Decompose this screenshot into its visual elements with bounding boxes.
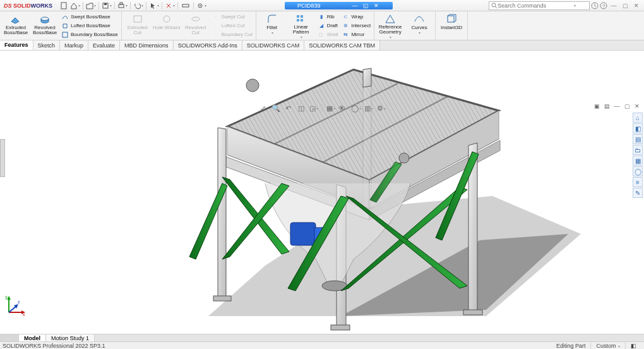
revolved-boss-button[interactable]: Revolved Boss/Base bbox=[31, 12, 59, 39]
open-file-icon[interactable]: ▾ bbox=[86, 1, 96, 10]
tab-cam[interactable]: SOLIDWORKS CAM bbox=[242, 40, 305, 50]
search-input[interactable] bbox=[498, 3, 573, 9]
extrude-icon bbox=[9, 13, 22, 25]
view-orient-icon[interactable]: ◲▾ bbox=[309, 104, 318, 113]
tab-features[interactable]: Features bbox=[0, 40, 33, 50]
tab-evaluate[interactable]: Evaluate bbox=[88, 40, 120, 50]
tab-markup[interactable]: Markup bbox=[60, 40, 88, 50]
svg-rect-0 bbox=[61, 3, 66, 9]
tab-addins[interactable]: SOLIDWORKS Add-Ins bbox=[174, 40, 242, 50]
mdi-maximize-icon[interactable]: ▢ bbox=[623, 102, 631, 110]
wrap-button[interactable]: ⊂Wrap bbox=[340, 13, 372, 21]
draft-button[interactable]: ◢Draft bbox=[316, 21, 340, 30]
close-doc-icon[interactable]: ✕ bbox=[373, 3, 380, 9]
svg-point-7 bbox=[200, 5, 201, 6]
search-icon bbox=[491, 3, 498, 9]
instant3d-button[interactable]: Instant3D bbox=[438, 12, 465, 39]
zoom-fit-icon[interactable]: ⤢ bbox=[259, 104, 268, 113]
taskpane-home-icon[interactable]: ⌂ bbox=[633, 113, 643, 123]
swept-cut-button[interactable]: ·Swept Cut bbox=[211, 13, 254, 21]
restore-doc-icon[interactable]: ◱ bbox=[362, 3, 370, 9]
feature-tree-flyout-handle[interactable] bbox=[0, 139, 5, 177]
mdi-window-controls: ▣ ▤ — ▢ ✕ bbox=[592, 102, 641, 110]
help-icon[interactable]: ? bbox=[600, 2, 607, 9]
taskpane-appearances-icon[interactable]: ◯ bbox=[633, 166, 643, 176]
lofted-boss-button[interactable]: Lofted Boss/Base bbox=[60, 21, 119, 30]
loft-icon bbox=[61, 22, 69, 30]
lofted-cut-icon: · bbox=[212, 22, 220, 30]
tab-mbd[interactable]: MBD Dimensions bbox=[120, 40, 174, 50]
mdi-doc-icon[interactable]: ▣ bbox=[592, 102, 601, 110]
rebuild-icon[interactable]: ▾ bbox=[165, 1, 175, 10]
graphics-viewport[interactable]: ⤢ 🔍 ↶ ◫ ◲▾ ▦▾ 👁▾ ◯▾ ▥▾ ⚙▾ ▣ ▤ — ▢ ✕ ⌂ ◧ … bbox=[0, 51, 644, 335]
view-settings-icon[interactable]: ⚙▾ bbox=[377, 104, 386, 113]
intersect-button[interactable]: ⊗Intersect bbox=[340, 21, 372, 30]
display-style-icon[interactable]: ▦▾ bbox=[326, 104, 335, 113]
settings-gear-icon[interactable]: ▾ bbox=[196, 1, 206, 10]
shell-button[interactable]: ◻Shell bbox=[316, 30, 340, 39]
extruded-boss-button[interactable]: Extruded Boss/Base bbox=[2, 12, 30, 39]
document-tab[interactable]: PCID839 — ◱ ✕ bbox=[285, 2, 393, 9]
mdi-doc-icon2[interactable]: ▤ bbox=[602, 102, 611, 110]
ribbon: Extruded Boss/Base Revolved Boss/Base Sw… bbox=[0, 11, 644, 40]
extruded-cut-button[interactable]: Extruded Cut bbox=[124, 12, 152, 39]
window-close-icon[interactable]: ✕ bbox=[631, 1, 641, 10]
swept-boss-button[interactable]: Swept Boss/Base bbox=[60, 13, 119, 21]
zoom-area-icon[interactable]: 🔍 bbox=[271, 104, 280, 113]
taskpane-resources-icon[interactable]: ◧ bbox=[633, 123, 643, 133]
window-minimize-icon[interactable]: — bbox=[609, 1, 619, 10]
status-units[interactable]: Custom ▾ bbox=[591, 343, 626, 349]
edit-appearance-icon[interactable]: ◯▾ bbox=[352, 104, 361, 113]
new-file-icon[interactable] bbox=[59, 1, 69, 10]
window-maximize-icon[interactable]: ▢ bbox=[620, 1, 630, 10]
prev-view-icon[interactable]: ↶ bbox=[284, 104, 293, 113]
mdi-close-icon[interactable]: ✕ bbox=[633, 102, 641, 110]
curves-button[interactable]: Curves▾ bbox=[405, 12, 433, 39]
taskpane-view-palette-icon[interactable]: ▦ bbox=[633, 156, 643, 166]
minimize-doc-icon[interactable]: — bbox=[351, 3, 359, 9]
options-icon[interactable] bbox=[181, 1, 191, 10]
print-icon[interactable]: ▾ bbox=[117, 1, 128, 10]
undo-icon[interactable]: ▾ bbox=[133, 1, 143, 10]
save-icon[interactable]: ▾ bbox=[102, 1, 112, 10]
rib-button[interactable]: ▮Rib bbox=[316, 13, 340, 21]
tab-motion-study[interactable]: Motion Study 1 bbox=[46, 334, 95, 341]
reference-geometry-button[interactable]: Reference Geometry▾ bbox=[376, 12, 404, 39]
section-view-icon[interactable]: ◫ bbox=[297, 104, 306, 113]
tab-sketch[interactable]: Sketch bbox=[33, 40, 61, 50]
mdi-minimize-icon[interactable]: — bbox=[612, 102, 621, 110]
command-manager-tabs: Features Sketch Markup Evaluate MBD Dime… bbox=[0, 40, 644, 51]
mirror-button[interactable]: ⇆Mirror bbox=[340, 30, 372, 39]
fillet-button[interactable]: Fillet▾ bbox=[258, 12, 286, 39]
lofted-cut-button[interactable]: ·Lofted Cut bbox=[211, 21, 254, 30]
svg-text:y: y bbox=[5, 295, 8, 300]
apply-scene-icon[interactable]: ▥▾ bbox=[364, 104, 373, 113]
wrap-icon: ⊂ bbox=[342, 13, 349, 21]
search-commands[interactable]: ▾ bbox=[489, 1, 590, 10]
hide-show-icon[interactable]: 👁▾ bbox=[339, 104, 348, 113]
refgeom-icon bbox=[384, 13, 397, 24]
status-flyout-icon[interactable]: ◧ bbox=[626, 343, 641, 349]
model-tabs: Model Motion Study 1 bbox=[0, 334, 644, 341]
taskpane-file-explorer-icon[interactable]: 🗀 bbox=[633, 145, 643, 155]
hole-wizard-button[interactable]: Hole Wizard bbox=[153, 12, 181, 39]
svg-point-16 bbox=[164, 16, 170, 22]
revolved-cut-button[interactable]: Revolved Cut bbox=[182, 12, 210, 39]
svg-rect-19 bbox=[301, 15, 303, 18]
home-icon[interactable]: ▾ bbox=[70, 1, 80, 10]
revolved-boss-label: Revolved Boss/Base bbox=[31, 25, 59, 35]
linear-pattern-button[interactable]: Linear Pattern▾ bbox=[287, 12, 315, 39]
taskpane-forum-icon[interactable]: ✎ bbox=[633, 188, 643, 198]
taskpane-design-library-icon[interactable]: ▤ bbox=[633, 134, 643, 144]
select-icon[interactable]: ▾ bbox=[149, 1, 159, 10]
tab-model[interactable]: Model bbox=[19, 334, 46, 341]
heads-up-toolbar: ⤢ 🔍 ↶ ◫ ◲▾ ▦▾ 👁▾ ◯▾ ▥▾ ⚙▾ bbox=[259, 104, 386, 113]
boundary-cut-button[interactable]: ·Boundary Cut bbox=[211, 30, 254, 39]
orientation-triad[interactable]: y x z bbox=[5, 295, 27, 316]
boundary-boss-button[interactable]: Boundary Boss/Base bbox=[60, 30, 119, 39]
login-icon[interactable] bbox=[591, 2, 599, 9]
tab-cam-tbm[interactable]: SOLIDWORKS CAM TBM bbox=[304, 40, 380, 50]
mirror-icon: ⇆ bbox=[342, 31, 349, 39]
model-tab-scroll[interactable] bbox=[0, 334, 19, 341]
taskpane-custom-props-icon[interactable]: ≡ bbox=[633, 177, 643, 187]
